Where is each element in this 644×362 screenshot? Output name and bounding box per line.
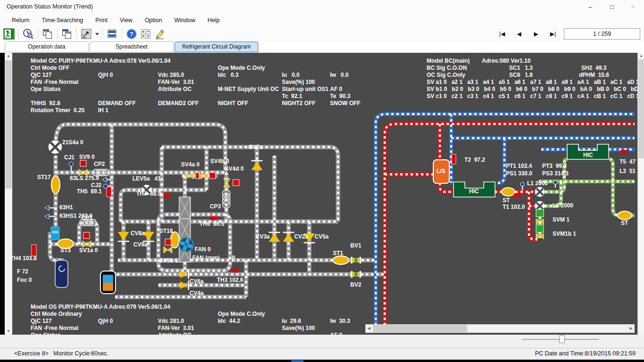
- diagram-label: QjH 0: [98, 318, 113, 324]
- diagram-label: T1 102.0: [503, 204, 525, 210]
- title-bar: Operation Status Monitor (Trend) – □ ×: [0, 0, 644, 15]
- copy-window-icon[interactable]: [61, 28, 73, 40]
- scale-chart-icon[interactable]: [80, 28, 92, 40]
- diagram-label: SC6 1.8: [509, 72, 533, 78]
- diagram-label: ST17: [37, 174, 51, 181]
- diagram-label: DEMAND2 OFF: [158, 100, 199, 107]
- diagram-label: L3 51: [619, 168, 636, 174]
- diagram-label: NIGHT OFF: [218, 100, 248, 107]
- diagram-label: Attribute OC: [158, 86, 191, 92]
- right-scrollbar-thumb[interactable]: [638, 59, 644, 158]
- first-page-button[interactable]: |◀: [495, 29, 509, 39]
- diagram-label: OC Sig C.Only: [427, 72, 465, 78]
- diagram-label: ST3: [60, 247, 71, 254]
- next-page-button[interactable]: ▶: [529, 29, 543, 39]
- diagram-label: CJ2: [91, 182, 101, 189]
- diagram-label: PT1 102.4: [506, 163, 532, 169]
- diagram-label: Rotation Timer 0.25: [31, 107, 84, 114]
- diagram-label: Foc 0: [17, 277, 32, 283]
- diagram-label: FAN -Free Normal: [31, 79, 78, 85]
- tab-refrigerant-circuit-diagram[interactable]: Refrigerant Circuit Diagram: [174, 41, 258, 52]
- menu-item-help[interactable]: Help: [201, 16, 226, 25]
- diagram-label: ST18: [159, 228, 173, 234]
- copy-page-icon[interactable]: [41, 28, 54, 40]
- diagram-label: Tc 92.1: [282, 93, 302, 99]
- diagram-label: Iu 0.0: [282, 72, 299, 78]
- horizontal-scrollbar[interactable]: ◀ ▶: [365, 324, 635, 333]
- tile-windows-icon[interactable]: [106, 28, 118, 40]
- diagram-label: SVM 1: [553, 216, 570, 223]
- diagram-label: CP1: [82, 214, 92, 221]
- diagram-label: Adres:080 Ver1.10: [482, 58, 530, 64]
- scroll-up-icon[interactable]: ▲: [638, 53, 644, 59]
- diagram-labels: Model OC PURY-P96TKMU-A Adres:078 Ver5.0…: [0, 53, 637, 335]
- diagram-label: PT3 99.3: [542, 163, 567, 169]
- scroll-up-icon[interactable]: ▲: [5, 53, 12, 59]
- menu-item-view[interactable]: View: [114, 16, 139, 25]
- scroll-down-icon[interactable]: ▼: [5, 328, 12, 335]
- diagram-label: Ope Mode C.Only: [218, 311, 265, 317]
- diagram-label: CP2: [94, 161, 105, 167]
- maximize-button[interactable]: □: [602, 0, 622, 14]
- diagram-label: Iw 0.0: [330, 72, 348, 78]
- diagram-label: SV a1 0 a2 1 a3 1 a4 1 a5 1 a6 1 a7 1 a8…: [427, 79, 637, 85]
- diagram-label: DEMAND OFF: [98, 100, 136, 107]
- time-search-icon[interactable]: [22, 28, 34, 40]
- diagram-label: Vdc 285.0: [158, 72, 184, 78]
- tab-operation-data[interactable]: Operation data: [5, 41, 89, 52]
- toolbar-separator: [18, 29, 19, 39]
- diagram-label: QjC 127: [31, 318, 52, 324]
- menu-item-return[interactable]: Return: [6, 16, 36, 25]
- exit-icon[interactable]: [3, 28, 15, 40]
- right-vertical-scrollbar[interactable]: ▲ ▼: [637, 53, 644, 348]
- menu-item-window[interactable]: Window: [168, 16, 201, 25]
- calculator-icon[interactable]: [140, 28, 152, 40]
- minimize-button[interactable]: –: [580, 0, 601, 14]
- pencil-icon[interactable]: [154, 28, 166, 40]
- zoom-slider-thumb[interactable]: [559, 335, 565, 343]
- scroll-left-icon[interactable]: ◀: [365, 324, 372, 333]
- diagram-label: HIC: [469, 188, 479, 195]
- scroll-right-icon[interactable]: ▶: [627, 324, 635, 333]
- help-icon[interactable]: ?: [125, 28, 138, 40]
- diagram-label: F 72: [17, 268, 28, 275]
- horizontal-scrollbar-thumb[interactable]: [373, 325, 467, 332]
- toolbar-separator: [38, 29, 38, 39]
- menu-item-time-searching[interactable]: Time-Searching: [36, 16, 90, 25]
- diagram-label: FAN -Free Normal: [31, 325, 78, 331]
- left-scrollbar-thumb[interactable]: [5, 60, 12, 189]
- diagram-label: 21S4a 0: [62, 139, 83, 146]
- diagram-label: Te 90.3: [330, 93, 350, 99]
- diagram-label: FAN-Ver 3.01: [158, 79, 194, 85]
- tab-spreadsheet[interactable]: Spreadsheet: [90, 41, 173, 52]
- diagram-label: Model BC(main): [427, 58, 470, 64]
- diagram-label: NIGHT2 OFF: [282, 100, 315, 107]
- toolbar-separator: [76, 29, 77, 39]
- chevron-down-icon[interactable]: [95, 33, 99, 35]
- status-exercise-label: <Exercise 8> Monitor Cycle:60sec.: [14, 350, 108, 357]
- diagram-label: PS1 330.0: [506, 170, 532, 177]
- menu-item-print[interactable]: Print: [89, 16, 114, 25]
- diagram-label: CJ1: [64, 154, 74, 161]
- close-button[interactable]: ×: [622, 0, 643, 14]
- menu-item-option[interactable]: Option: [139, 16, 168, 25]
- page-indicator[interactable]: 1 / 259: [564, 28, 640, 40]
- diagram-label: Ctrl Mode Ordinary: [31, 311, 82, 317]
- diagram-label: SV4d 0: [225, 165, 244, 172]
- window-title: Operation Status Monitor (Trend): [7, 3, 93, 10]
- diagram-label: Save(%) 100: [282, 79, 315, 85]
- diagram-label: BV1: [350, 242, 361, 249]
- diagram-label: 0: [232, 255, 235, 261]
- toolbar-separator: [102, 29, 103, 39]
- last-page-button[interactable]: ▶|: [546, 29, 560, 39]
- diagram-label: CV8a: [131, 230, 145, 237]
- left-vertical-scrollbar[interactable]: ▲ ▼: [5, 53, 12, 335]
- diagram-label: Idc 44.2: [218, 318, 240, 324]
- prev-page-button[interactable]: ◀: [512, 29, 526, 39]
- diagram-label: Vdc 281.0: [158, 318, 184, 324]
- menu-bar: ReturnTime-SearchingPrintViewOptionWindo…: [0, 14, 644, 26]
- diagram-label: Start-up unit OS1: [282, 86, 329, 92]
- diagram-label: QjC 127: [31, 72, 52, 78]
- diagram-label: SV b1 0 b2 0 b3 0 b4 0 b5 0 b6 0 b7 0 b8…: [427, 86, 637, 92]
- diagram-label: CV3a: [256, 233, 270, 240]
